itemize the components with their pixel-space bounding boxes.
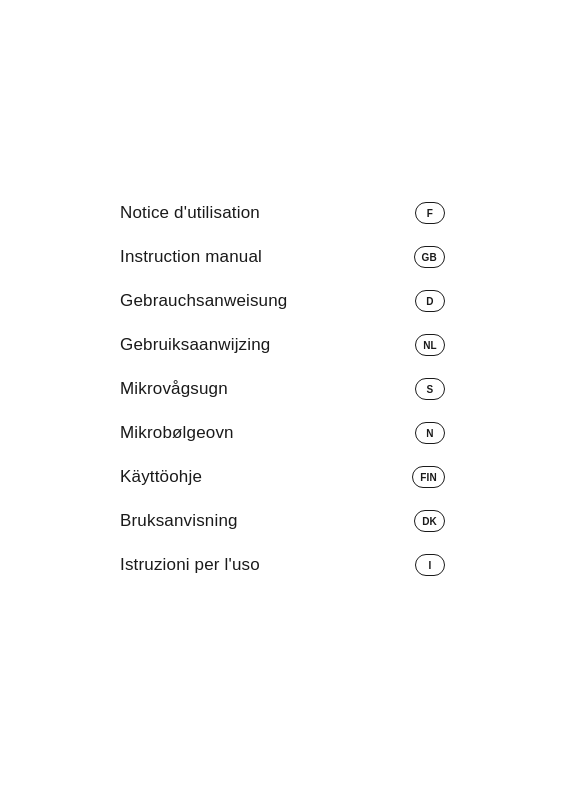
lang-badge: FIN	[412, 466, 445, 488]
lang-badge: N	[415, 422, 445, 444]
menu-item[interactable]: Istruzioni per l'usoI	[120, 554, 445, 576]
menu-item[interactable]: Notice d'utilisationF	[120, 202, 445, 224]
lang-badge: DK	[414, 510, 445, 532]
lang-badge: NL	[415, 334, 445, 356]
lang-badge: D	[415, 290, 445, 312]
page-container: Notice d'utilisationFInstruction manualG…	[0, 0, 565, 800]
menu-label: Gebruiksaanwijzing	[120, 335, 270, 355]
menu-label: Mikrobølgeovn	[120, 423, 234, 443]
menu-label: Instruction manual	[120, 247, 262, 267]
menu-item[interactable]: GebrauchsanweisungD	[120, 290, 445, 312]
lang-badge: I	[415, 554, 445, 576]
menu-label: Käyttöohje	[120, 467, 202, 487]
menu-label: Bruksanvisning	[120, 511, 238, 531]
lang-badge: F	[415, 202, 445, 224]
menu-item[interactable]: KäyttöohjeFIN	[120, 466, 445, 488]
menu-item[interactable]: MikrobølgeovnN	[120, 422, 445, 444]
menu-item[interactable]: GebruiksaanwijzingNL	[120, 334, 445, 356]
lang-badge: S	[415, 378, 445, 400]
menu-item[interactable]: Instruction manualGB	[120, 246, 445, 268]
lang-badge: GB	[414, 246, 445, 268]
menu-label: Notice d'utilisation	[120, 203, 260, 223]
menu-label: Istruzioni per l'uso	[120, 555, 260, 575]
menu-label: Mikrovågsugn	[120, 379, 228, 399]
menu-label: Gebrauchsanweisung	[120, 291, 288, 311]
menu-item[interactable]: BruksanvisningDK	[120, 510, 445, 532]
menu-item[interactable]: MikrovågsugnS	[120, 378, 445, 400]
